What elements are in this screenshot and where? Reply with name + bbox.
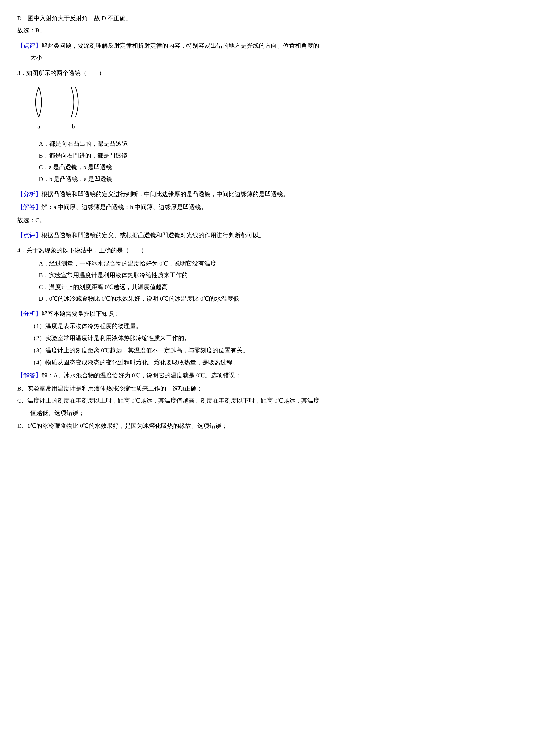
lens-a-container: a xyxy=(30,85,47,132)
commentary1: 【点评】解此类问题，要深刻理解反射定律和折射定律的内容，特别容易出错的地方是光线… xyxy=(17,40,518,63)
answer-select-b: 故选：B。 xyxy=(17,25,518,36)
answer4-d: D、0℃的冰冷藏食物比 0℃的水效果好，是因为冰熔化吸热的缘故。选项错误； xyxy=(17,420,518,431)
lens-b-container: b xyxy=(65,85,82,132)
analysis3: 【分析】根据凸透镜和凹透镜的定义进行判断，中间比边缘厚的是凸透镜，中间比边缘薄的… xyxy=(17,189,518,200)
commentary1-tag: 【点评】 xyxy=(17,42,42,49)
analysis4-line: 【分析】解答本题需要掌握以下知识： xyxy=(17,309,518,319)
answer4: 【解答】解：A、冰水混合物的温度恰好为 0℃，说明它的温度就是 0℃。选项错误； xyxy=(17,370,518,381)
answer4-line: 【解答】解：A、冰水混合物的温度恰好为 0℃，说明它的温度就是 0℃。选项错误； xyxy=(17,370,518,381)
analysis4-p3: （3）温度计上的刻度距离 0℃越远，其温度值不一定越高，与零刻度的位置有关。 xyxy=(30,345,518,356)
commentary1-line1: 【点评】解此类问题，要深刻理解反射定律和折射定律的内容，特别容易出错的地方是光线… xyxy=(17,40,518,51)
answer4-c2: 值越低。选项错误； xyxy=(30,408,518,418)
q3-option-b: B．都是向右凹进的，都是凹透镜 xyxy=(39,150,518,161)
answer4-c: C、温度计上的刻度在零刻度以上时，距离 0℃越远，其温度值越高。刻度在零刻度以下… xyxy=(17,395,518,418)
d-incorrect-line: D、图中入射角大于反射角，故 D 不正确。 xyxy=(17,13,518,24)
commentary3-tag: 【点评】 xyxy=(17,232,42,239)
analysis4-p4: （4）物质从固态变成液态的变化过程叫熔化。熔化要吸收热量，是吸热过程。 xyxy=(30,357,518,368)
q3-title-line: 3．如图所示的两个透镜（ ） xyxy=(17,68,518,78)
answer3-tag: 【解答】 xyxy=(17,204,42,210)
commentary1-line2: 大小。 xyxy=(30,52,518,63)
lens-diagram: a b xyxy=(30,85,518,132)
lens-b-svg xyxy=(65,85,82,120)
analysis4-p2: （2）实验室常用温度计是利用液体热胀冷缩性质来工作的。 xyxy=(30,333,518,343)
q4-option-d: D．0℃的冰冷藏食物比 0℃的水效果好，说明 0℃的冰温度比 0℃的水温度低 xyxy=(39,293,518,304)
commentary3-line: 【点评】根据凸透镜和凹透镜的定义、或根据凸透镜和凹透镜对光线的作用进行判断都可以… xyxy=(17,230,518,241)
answer4-tag: 【解答】 xyxy=(17,372,42,379)
page-content: D、图中入射角大于反射角，故 D 不正确。 故选：B。 【点评】解此类问题，要深… xyxy=(17,13,518,431)
answer3: 【解答】解：a 中间厚、边缘薄是凸透镜；b 中间薄、边缘厚是凹透镜。 xyxy=(17,202,518,212)
analysis4-tag: 【分析】 xyxy=(17,310,42,317)
q4-option-a: A．经过测量，一杯冰水混合物的温度恰好为 0℃，说明它没有温度 xyxy=(39,258,518,269)
q3-option-a: A．都是向右凸出的，都是凸透镜 xyxy=(39,138,518,149)
q4-option-c: C．温度计上的刻度距离 0℃越远，其温度值越高 xyxy=(39,282,518,292)
q3-option-d: D．b 是凸透镜，a 是凹透镜 xyxy=(39,174,518,184)
answer4-b: B、实验室常用温度计是利用液体热胀冷缩性质来工作的。选项正确； xyxy=(17,383,518,394)
q4-title-line: 4．关于热现象的以下说法中，正确的是（ ） xyxy=(17,245,518,256)
analysis4: 【分析】解答本题需要掌握以下知识： （1）温度是表示物体冷热程度的物理量。 （2… xyxy=(17,309,518,368)
answer4-c1: C、温度计上的刻度在零刻度以上时，距离 0℃越远，其温度值越高。刻度在零刻度以下… xyxy=(17,395,518,406)
lens-b-label: b xyxy=(72,121,75,132)
q4-option-b: B．实验室常用温度计是利用液体热胀冷缩性质来工作的 xyxy=(39,270,518,281)
analysis4-p1: （1）温度是表示物体冷热程度的物理量。 xyxy=(30,321,518,332)
analysis3-tag: 【分析】 xyxy=(17,191,42,198)
q3-option-c: C．a 是凸透镜，b 是凹透镜 xyxy=(39,162,518,173)
answer3-line: 【解答】解：a 中间厚、边缘薄是凸透镜；b 中间薄、边缘厚是凹透镜。 xyxy=(17,202,518,212)
lens-a-svg xyxy=(30,85,47,120)
analysis3-line: 【分析】根据凸透镜和凹透镜的定义进行判断，中间比边缘厚的是凸透镜，中间比边缘薄的… xyxy=(17,189,518,200)
commentary3: 【点评】根据凸透镜和凹透镜的定义、或根据凸透镜和凹透镜对光线的作用进行判断都可以… xyxy=(17,230,518,241)
lens-a-label: a xyxy=(38,121,40,132)
answer-select-c: 故选：C。 xyxy=(17,215,518,226)
